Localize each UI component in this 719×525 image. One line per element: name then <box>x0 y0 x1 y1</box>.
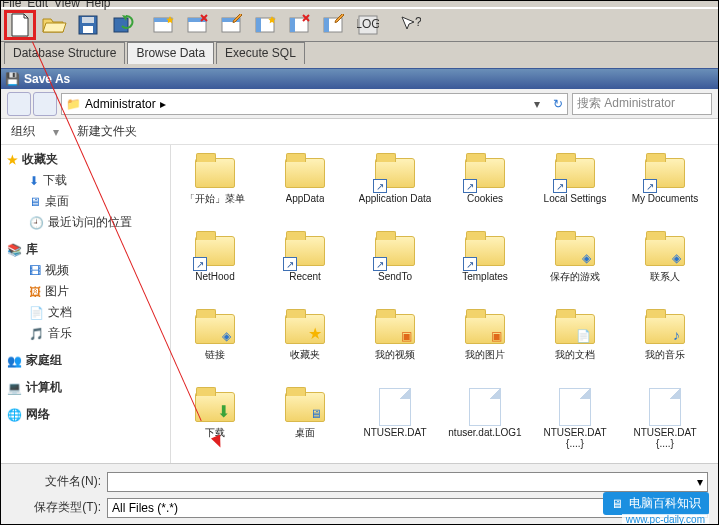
create-table-button[interactable] <box>148 10 180 40</box>
sidebar-group-homegroup[interactable]: 👥家庭组 <box>1 350 170 371</box>
folder-icon: ↗ <box>373 231 417 271</box>
sidebar-item-recent[interactable]: 🕘最近访问的位置 <box>1 212 170 233</box>
file-item[interactable]: ↗Templates <box>445 231 525 305</box>
svg-text:LOG: LOG <box>357 17 379 31</box>
video-icon: 🎞 <box>29 264 41 278</box>
file-label: 收藏夹 <box>290 349 320 360</box>
back-button[interactable] <box>7 92 31 116</box>
tab-browse-data[interactable]: Browse Data <box>127 42 214 64</box>
menu-file[interactable]: File <box>2 0 21 7</box>
open-file-button[interactable] <box>38 10 70 40</box>
file-item[interactable]: ◈链接 <box>175 309 255 383</box>
edit-index-button[interactable] <box>318 10 350 40</box>
file-item[interactable]: ◈联系人 <box>625 231 705 305</box>
folder-icon: ▣ <box>463 309 507 349</box>
menu-view[interactable]: View <box>54 0 80 7</box>
tab-execute-sql[interactable]: Execute SQL <box>216 42 305 64</box>
forward-button[interactable] <box>33 92 57 116</box>
chevron-right-icon[interactable]: ▸ <box>160 97 166 111</box>
file-item[interactable]: 「开始」菜单 <box>175 153 255 227</box>
sidebar-item-desktop[interactable]: 🖥桌面 <box>1 191 170 212</box>
refresh-button[interactable]: ↻ <box>553 97 563 111</box>
file-label: 链接 <box>205 349 225 360</box>
menu-edit[interactable]: Edit <box>27 0 48 7</box>
app-menubar[interactable]: File Edit View Help <box>0 0 719 8</box>
chevron-down-icon[interactable]: ▾ <box>697 475 703 489</box>
star-icon: ★ <box>7 153 18 167</box>
folder-open-icon <box>41 14 67 36</box>
file-list-area[interactable]: 「开始」菜单AppData↗Application Data↗Cookies↗L… <box>171 145 718 463</box>
delete-index-button[interactable] <box>284 10 316 40</box>
sidebar-group-network[interactable]: 🌐网络 <box>1 404 170 425</box>
file-label: NTUSER.DAT{....} <box>535 427 615 449</box>
file-label: 「开始」菜单 <box>185 193 245 204</box>
tab-database-structure[interactable]: Database Structure <box>4 42 125 64</box>
search-input[interactable]: 搜索 Administrator <box>572 93 712 115</box>
edit-table-button[interactable] <box>216 10 248 40</box>
file-item[interactable]: NTUSER.DAT{....} <box>535 387 615 461</box>
file-item[interactable]: ↗Cookies <box>445 153 525 227</box>
file-item[interactable]: ↗NetHood <box>175 231 255 305</box>
breadcrumb-path[interactable]: 📁 Administrator ▸ ▾ ↻ <box>61 93 568 115</box>
dialog-titlebar[interactable]: 💾 Save As <box>1 69 718 89</box>
file-label: NTUSER.DAT <box>363 427 426 438</box>
new-file-button[interactable] <box>4 10 36 40</box>
file-item[interactable]: ↗Application Data <box>355 153 435 227</box>
svg-rect-1 <box>82 17 94 23</box>
chevron-down-icon[interactable]: ▾ <box>529 97 545 111</box>
folder-icon: ↗ <box>463 153 507 193</box>
file-item[interactable]: AppData <box>265 153 345 227</box>
svg-text:?: ? <box>415 15 421 29</box>
save-button[interactable] <box>72 10 104 40</box>
sidebar-item-music[interactable]: 🎵音乐 <box>1 323 170 344</box>
file-item[interactable]: ★收藏夹 <box>265 309 345 383</box>
file-item[interactable]: ↗Local Settings <box>535 153 615 227</box>
file-item[interactable]: ↗Recent <box>265 231 345 305</box>
filetype-label: 保存类型(T): <box>11 499 101 516</box>
svg-rect-11 <box>256 18 261 32</box>
sidebar-item-videos[interactable]: 🎞视频 <box>1 260 170 281</box>
file-item[interactable]: ▣我的视频 <box>355 309 435 383</box>
filename-input[interactable]: ▾ <box>107 472 708 492</box>
file-item[interactable]: 🖥桌面 <box>265 387 345 461</box>
file-item[interactable]: ⬇下载 <box>175 387 255 461</box>
organize-button[interactable]: 组织 <box>11 123 35 140</box>
file-item[interactable]: ntuser.dat.LOG1 <box>445 387 525 461</box>
search-placeholder: 搜索 Administrator <box>577 95 675 112</box>
index-x-icon <box>288 14 312 36</box>
menu-help[interactable]: Help <box>86 0 111 7</box>
file-item[interactable]: ▣我的图片 <box>445 309 525 383</box>
create-index-button[interactable] <box>250 10 282 40</box>
dialog-title: Save As <box>24 72 70 86</box>
file-label: 我的图片 <box>465 349 505 360</box>
breadcrumb-segment[interactable]: Administrator <box>85 97 156 111</box>
file-item[interactable]: ♪我的音乐 <box>625 309 705 383</box>
delete-table-button[interactable] <box>182 10 214 40</box>
file-item[interactable]: NTUSER.DAT{....} <box>625 387 705 461</box>
folder-icon: ↗ <box>283 231 327 271</box>
file-item[interactable]: ↗My Documents <box>625 153 705 227</box>
sidebar-item-pictures[interactable]: 🖼图片 <box>1 281 170 302</box>
revert-button[interactable] <box>106 10 138 40</box>
sidebar-group-libraries[interactable]: 📚库 <box>1 239 170 260</box>
sidebar-group-computer[interactable]: 💻计算机 <box>1 377 170 398</box>
table-star-icon <box>152 14 176 36</box>
index-star-icon <box>254 14 278 36</box>
help-pointer-button[interactable]: ? <box>394 10 426 40</box>
file-label: 保存的游戏 <box>550 271 600 282</box>
new-file-icon <box>9 12 31 38</box>
sidebar-group-favorites[interactable]: ★收藏夹 <box>1 149 170 170</box>
sidebar-item-documents[interactable]: 📄文档 <box>1 302 170 323</box>
file-icon <box>463 387 507 427</box>
file-item[interactable]: 📄我的文档 <box>535 309 615 383</box>
log-button[interactable]: LOG <box>352 10 384 40</box>
file-item[interactable]: ◈保存的游戏 <box>535 231 615 305</box>
folder-icon: ▣ <box>373 309 417 349</box>
file-item[interactable]: NTUSER.DAT <box>355 387 435 461</box>
folder-icon: ↗ <box>643 153 687 193</box>
new-folder-button[interactable]: 新建文件夹 <box>77 123 137 140</box>
file-item[interactable]: ↗SendTo <box>355 231 435 305</box>
sidebar-item-downloads[interactable]: ⬇下载 <box>1 170 170 191</box>
file-icon <box>643 387 687 427</box>
table-pencil-icon <box>220 14 244 36</box>
